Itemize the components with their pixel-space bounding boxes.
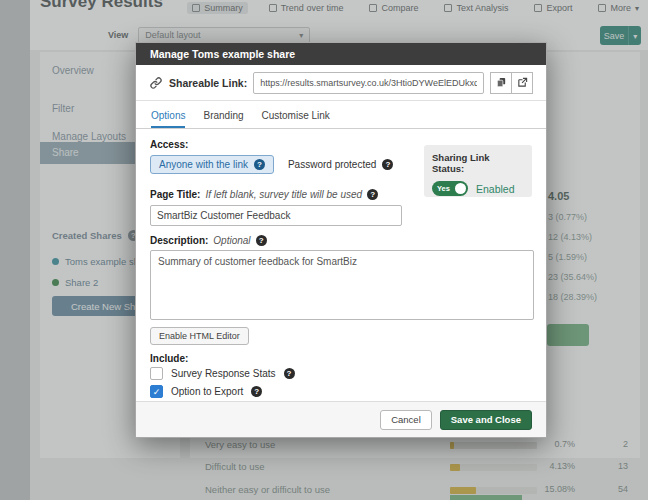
link-icon: [149, 76, 163, 90]
enable-html-editor-button[interactable]: Enable HTML Editor: [150, 327, 249, 345]
description-label: Description:: [150, 235, 208, 246]
checkbox-survey-response-stats[interactable]: Survey Response Stats: [150, 367, 295, 380]
cancel-button[interactable]: Cancel: [380, 410, 432, 430]
modal-body: Access: Anyone with the link Password pr…: [136, 129, 546, 403]
status-toggle[interactable]: Yes: [432, 181, 468, 196]
page-title-hint: If left blank, survey title will be used: [205, 189, 362, 200]
modal-tabs: Options Branding Customise Link: [136, 101, 546, 129]
tab-customise-link[interactable]: Customise Link: [262, 110, 330, 128]
checkbox-label: Survey Response Stats: [171, 368, 276, 379]
help-icon[interactable]: [367, 189, 378, 200]
toggle-knob: [455, 183, 466, 194]
description-label-row: Description: Optional: [150, 235, 267, 246]
copy-link-button[interactable]: [490, 72, 512, 94]
help-icon[interactable]: [382, 159, 393, 170]
toggle-yes-label: Yes: [437, 184, 450, 193]
checkbox-label: Option to Export: [171, 386, 243, 397]
tab-options[interactable]: Options: [151, 110, 185, 128]
page-title-label: Page Title:: [150, 189, 200, 200]
description-textarea[interactable]: Summary of customer feedback for SmartBi…: [150, 250, 534, 320]
copy-icon: [496, 77, 507, 88]
access-options: Anyone with the link Password protected: [150, 155, 393, 174]
access-anyone-option[interactable]: Anyone with the link: [150, 155, 274, 174]
link-actions: [490, 72, 533, 94]
include-label: Include:: [150, 353, 188, 364]
modal-footer: Cancel Save and Close: [136, 401, 546, 437]
access-password-label: Password protected: [288, 159, 376, 170]
page-title-input[interactable]: [150, 205, 402, 226]
status-enabled-text: Enabled: [476, 183, 515, 195]
share-modal: Manage Toms example share Shareable Link…: [135, 42, 547, 438]
tab-branding[interactable]: Branding: [203, 110, 243, 128]
page-title-label-row: Page Title: If left blank, survey title …: [150, 189, 378, 200]
checkbox-icon: [150, 385, 163, 398]
sharing-link-status-panel: Sharing Link Status: Yes Enabled: [424, 145, 532, 197]
save-and-close-button[interactable]: Save and Close: [440, 410, 532, 430]
checkbox-icon: [150, 367, 163, 380]
help-icon[interactable]: [254, 159, 265, 170]
help-icon[interactable]: [256, 235, 267, 246]
sharing-link-status-row: Yes Enabled: [432, 181, 524, 196]
shareable-link-input[interactable]: [253, 72, 484, 94]
external-link-icon: [517, 77, 528, 88]
modal-title: Manage Toms example share: [136, 43, 546, 65]
shareable-link-label: Shareable Link:: [169, 77, 247, 89]
description-hint: Optional: [213, 235, 250, 246]
checkbox-option-to-export[interactable]: Option to Export: [150, 385, 262, 398]
help-icon[interactable]: [251, 386, 262, 397]
access-password-option[interactable]: Password protected: [288, 159, 393, 170]
sharing-link-status-label: Sharing Link Status:: [432, 152, 524, 174]
help-icon[interactable]: [284, 368, 295, 379]
access-anyone-label: Anyone with the link: [159, 159, 248, 170]
open-link-button[interactable]: [511, 72, 533, 94]
screen: Survey Results Summary Trend over time C…: [0, 0, 648, 500]
access-label: Access:: [150, 139, 188, 150]
shareable-link-row: Shareable Link:: [136, 65, 546, 101]
